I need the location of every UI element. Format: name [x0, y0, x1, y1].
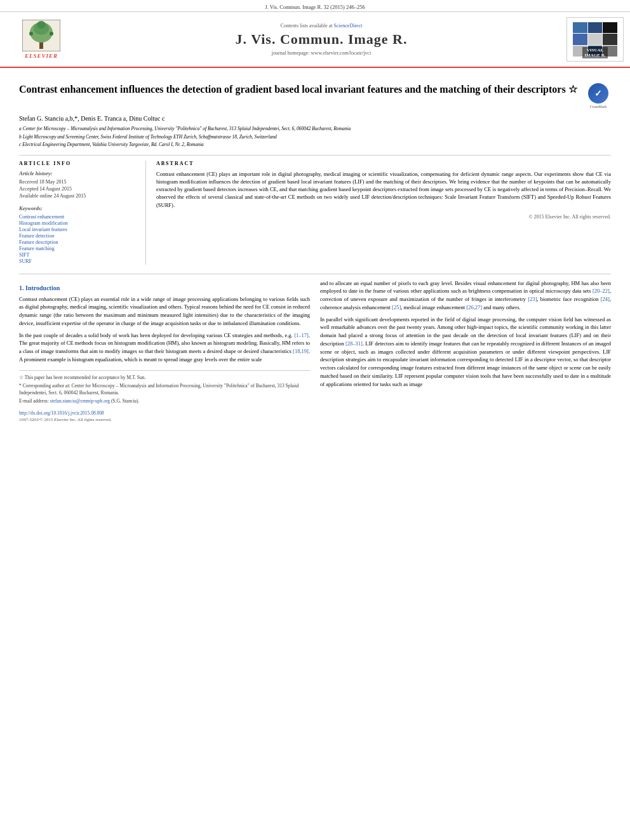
article-title: Contrast enhancement influences the dete… [19, 83, 579, 97]
keyword-link-4[interactable]: Feature detection [19, 233, 54, 239]
svg-point-6 [50, 32, 53, 36]
keyword-link-8[interactable]: SURF [19, 258, 32, 264]
journal-center-header: Contents lists available at ScienceDirec… [83, 17, 560, 62]
article-history-heading: Article history: [19, 170, 137, 177]
svg-point-4 [37, 21, 46, 29]
ref-link-23[interactable]: [23] [528, 296, 537, 302]
right-logo-area: VISUALIMAGE R. [560, 17, 630, 62]
footnote-email: E-mail address: stefan.stanciu@cmmip-upb… [19, 398, 310, 405]
crossmark-icon: ✓ [588, 83, 608, 103]
right-para-1: and to allocate an equal number of pixel… [320, 279, 611, 312]
keyword-link-7[interactable]: SIFT [19, 252, 29, 258]
sciencedirect-link[interactable]: ScienceDirect [334, 23, 363, 29]
affiliation-c: c Electrical Engineering Department, Val… [19, 142, 611, 149]
mosaic-cell-6 [603, 34, 617, 45]
mosaic-cell-1 [573, 22, 587, 34]
ref-link-20-22[interactable]: [20–22] [593, 288, 610, 294]
citation-text: J. Vis. Commun. Image R. 32 (2015) 246–2… [265, 4, 365, 10]
elsevier-logo-area: ELSEVIER [0, 17, 83, 62]
copyright-line: © 2015 Elsevier Inc. All rights reserved… [156, 214, 611, 220]
doi-anchor[interactable]: http://dx.doi.org/10.1016/j.jvcir.2015.0… [19, 410, 104, 416]
ref-link-28-31[interactable]: [28–31] [345, 340, 363, 347]
visual-image-logo-box: VISUALIMAGE R. [566, 17, 624, 62]
contents-available-line: Contents lists available at ScienceDirec… [89, 23, 554, 29]
ref-link-25[interactable]: [25] [392, 304, 401, 310]
journal-title-text: J. Vis. Commun. Image R. [89, 31, 554, 48]
authors-line: Stefan G. Stanciu a,b,*, Denis E. Tranca… [19, 115, 611, 122]
mosaic-cell-3 [603, 22, 617, 34]
available-date: Available online 24 August 2015 [19, 193, 137, 199]
mosaic-cell-2 [588, 22, 603, 34]
ref-link-1-17[interactable]: [1–17] [294, 332, 309, 338]
keyword-link-3[interactable]: Local invariant features [19, 227, 67, 232]
homepage-line: journal homepage: www.elsevier.com/locat… [89, 50, 554, 56]
contents-label: Contents lists available at [281, 23, 333, 29]
received-date: Received 18 May 2015 [19, 179, 137, 185]
keyword-6: Feature matching [19, 246, 137, 251]
email-link[interactable]: stefan.stanciu@cmmip-upb.org [50, 398, 110, 404]
keyword-3: Local invariant features [19, 227, 137, 232]
abstract-heading: ABSTRACT [156, 161, 611, 166]
keyword-5: Feature description [19, 239, 137, 245]
svg-point-5 [29, 32, 33, 36]
introduction-title: 1. Introduction [19, 284, 310, 291]
keyword-2: Histogram modification [19, 220, 137, 226]
body-right-column: and to allocate an equal number of pixel… [320, 279, 611, 422]
footnotes-section: ☆ This paper has been recommended for ac… [19, 370, 310, 405]
affiliations-section: a Center for Microscopy – Microanalysis … [19, 126, 611, 149]
ref-link-24[interactable]: [24] [601, 296, 610, 302]
keywords-heading: Keywords: [19, 205, 137, 211]
accepted-date: Accepted 14 August 2015 [19, 186, 137, 192]
article-title-section: Contrast enhancement influences the dete… [19, 83, 611, 109]
ref-link-18-19[interactable]: [18,19] [293, 348, 309, 354]
intro-para-2: In the past couple of decades a solid bo… [19, 331, 310, 364]
info-abstract-section: ARTICLE INFO Article history: Received 1… [19, 161, 611, 265]
instances-text: Instances [561, 340, 582, 347]
affiliation-b: b Light Microscopy and Screening Center,… [19, 134, 611, 141]
divider-2 [19, 274, 611, 274]
keyword-8: SURF [19, 258, 137, 264]
top-citation-bar: J. Vis. Commun. Image R. 32 (2015) 246–2… [0, 0, 630, 12]
main-content-area: Contrast enhancement influences the dete… [0, 68, 630, 429]
visual-image-label: VISUALIMAGE R. [582, 47, 607, 58]
issn-line: 1047-3203/© 2015 Elsevier Inc. All right… [19, 417, 310, 422]
email-label: E-mail address: [19, 398, 49, 404]
article-info-heading: ARTICLE INFO [19, 161, 137, 166]
keyword-link-1[interactable]: Contrast enhancement [19, 214, 64, 220]
intro-para-1: Contrast enhancement (CE) plays an essen… [19, 295, 310, 328]
footnote-2: * Corresponding author at: Center for Mi… [19, 383, 310, 396]
keyword-link-6[interactable]: Feature matching [19, 246, 55, 251]
doi-link[interactable]: http://dx.doi.org/10.1016/j.jvcir.2015.0… [19, 410, 310, 416]
elsevier-brand-text: ELSEVIER [25, 53, 58, 59]
keyword-7: SIFT [19, 252, 137, 258]
authors-text: Stefan G. Stanciu a,b,*, Denis E. Tranca… [19, 115, 164, 122]
divider-1 [19, 155, 611, 156]
abstract-column: ABSTRACT Contrast enhancement (CE) plays… [156, 161, 611, 265]
elsevier-logo: ELSEVIER [22, 20, 60, 59]
body-left-column: 1. Introduction Contrast enhancement (CE… [19, 279, 310, 422]
journal-header: ELSEVIER Contents lists available at Sci… [0, 12, 630, 68]
elsevier-tree-icon [22, 20, 60, 51]
mosaic-cell-4 [573, 34, 587, 45]
body-content-section: 1. Introduction Contrast enhancement (CE… [19, 279, 611, 422]
crossmark-label: CrossMark [590, 105, 607, 109]
keyword-4: Feature detection [19, 233, 137, 239]
crossmark-badge: ✓ CrossMark [586, 83, 611, 109]
abstract-text: Contrast enhancement (CE) plays an impor… [156, 170, 611, 210]
right-para-2: In parallel with significant development… [320, 316, 611, 389]
keyword-link-2[interactable]: Histogram modification [19, 220, 68, 226]
affiliation-a: a Center for Microscopy – Microanalysis … [19, 126, 611, 133]
email-suffix: (S.G. Stanciu). [111, 398, 140, 404]
ref-link-26-27[interactable]: [26,27] [466, 304, 482, 310]
footnote-1: ☆ This paper has been recommended for ac… [19, 375, 310, 382]
keyword-link-5[interactable]: Feature description [19, 239, 58, 245]
article-info-column: ARTICLE INFO Article history: Received 1… [19, 161, 146, 265]
keyword-1: Contrast enhancement [19, 214, 137, 220]
mosaic-cell-5 [588, 34, 603, 45]
